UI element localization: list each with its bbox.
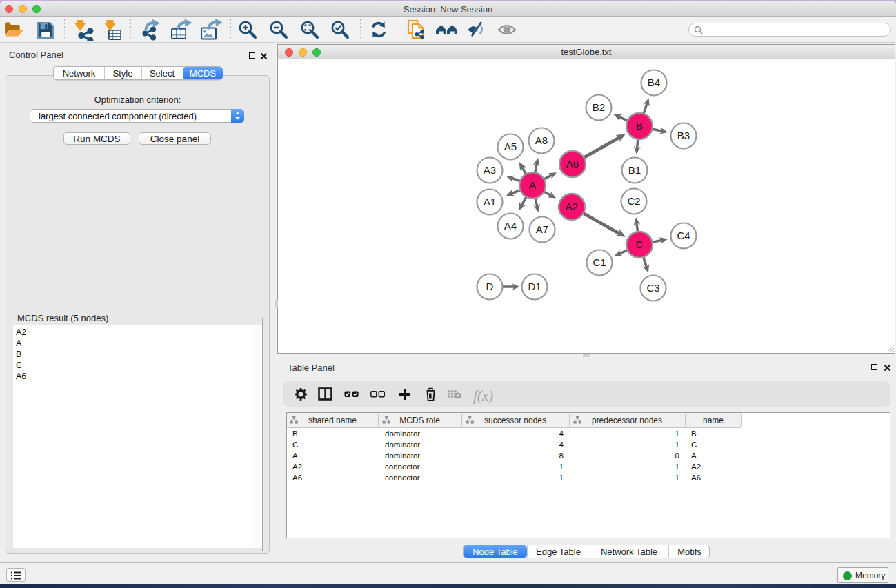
svg-text:D: D: [486, 281, 494, 292]
svg-text:B3: B3: [677, 130, 690, 141]
svg-text:B: B: [636, 120, 643, 132]
svg-text:B2: B2: [593, 101, 605, 113]
svg-text:A7: A7: [536, 223, 548, 235]
svg-text:C2: C2: [627, 195, 640, 207]
svg-text:A8: A8: [535, 134, 548, 146]
svg-text:A: A: [529, 179, 536, 191]
svg-text:C3: C3: [646, 282, 659, 294]
svg-text:C: C: [636, 239, 644, 250]
svg-text:C4: C4: [677, 230, 690, 241]
svg-text:A1: A1: [484, 196, 496, 207]
svg-text:B4: B4: [648, 77, 660, 88]
svg-text:B1: B1: [628, 164, 641, 176]
svg-text:A4: A4: [504, 220, 517, 232]
svg-text:A5: A5: [504, 141, 517, 152]
svg-text:A2: A2: [566, 201, 578, 212]
svg-text:D1: D1: [528, 281, 541, 292]
svg-text:A6: A6: [566, 158, 579, 170]
svg-text:A3: A3: [484, 164, 496, 176]
svg-text:C1: C1: [593, 256, 606, 268]
